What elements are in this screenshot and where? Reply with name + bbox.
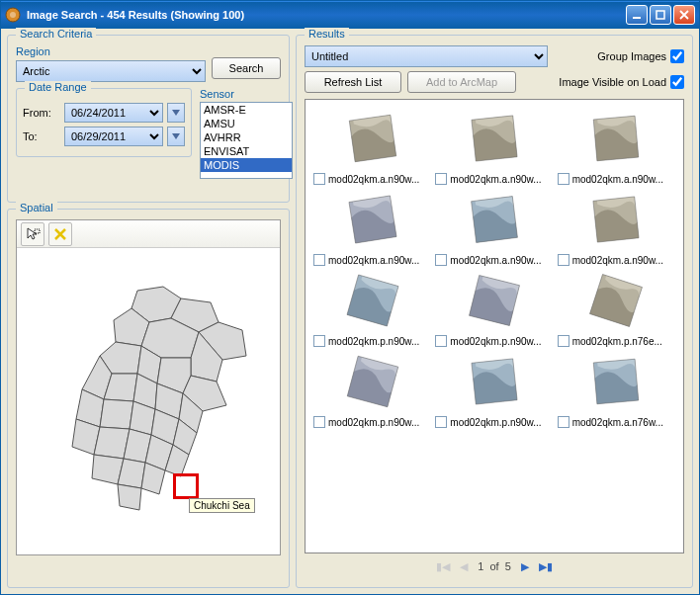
thumbnail-item[interactable]: mod02qkm.p.n90w... [313,270,431,347]
map-tooltip: Chukchi Sea [189,498,255,513]
results-title: Results [305,28,349,40]
first-page-button[interactable]: ▮◀ [436,560,450,573]
left-column: Search Criteria Region Arctic Search Dat… [7,35,290,588]
map-area[interactable]: Chukchi Sea [17,248,280,554]
pager-text: 1 of 5 [478,560,511,572]
to-date-select[interactable]: 06/29/2011 [64,127,163,146]
date-range-title: Date Range [25,81,91,93]
thumbnail-checkbox[interactable] [558,335,569,347]
thumbnail-label: mod02qkm.a.n90w... [450,174,553,185]
results-group: Results Untitled Group Images Refresh Li… [296,35,693,588]
app-icon [5,7,21,23]
thumbnail-image[interactable] [585,108,647,169]
clear-tool[interactable] [48,222,72,246]
search-button[interactable]: Search [212,57,281,79]
pager-of: of [489,560,498,572]
svg-point-1 [10,12,16,18]
sensor-list[interactable]: AMSR-E AMSU AVHRR ENVISAT MODIS [200,102,293,179]
add-to-arcmap-button[interactable]: Add to ArcMap [407,71,516,93]
thumbnail-checkbox[interactable] [435,254,447,266]
thumbnail-label: mod02qkm.a.n90w... [328,255,431,266]
thumbnail-checkbox[interactable] [435,335,447,347]
results-dropdown[interactable]: Untitled [305,45,548,67]
maximize-button[interactable] [650,5,671,25]
thumbnail-checkbox[interactable] [435,173,447,185]
thumbnail-image[interactable] [585,189,647,250]
thumbnail-item[interactable]: mod02qkm.p.n90w... [313,351,431,428]
thumbnail-item[interactable]: mod02qkm.p.n76e... [558,270,675,347]
thumbnail-checkbox[interactable] [558,416,569,428]
region-label: Region [16,45,206,57]
search-criteria-group: Search Criteria Region Arctic Search Dat… [7,35,290,203]
spatial-body: Chukchi Sea [16,219,281,555]
thumbnail-image[interactable] [342,270,403,331]
thumbnail-image[interactable] [342,189,403,250]
thumbnail-image[interactable] [342,108,403,169]
last-page-button[interactable]: ▶▮ [539,560,553,573]
thumbnail-checkbox[interactable] [313,335,325,347]
sensor-option[interactable]: AVHRR [201,130,292,144]
criteria-row-1: Region Arctic Search [16,45,281,82]
thumbnail-item[interactable]: mod02qkm.a.n90w... [313,189,431,266]
thumbnail-image[interactable] [342,351,403,412]
pointer-tool[interactable] [21,222,44,246]
next-page-button[interactable]: ▶ [521,560,529,573]
spatial-group: Spatial [7,209,290,588]
thumbnail-checkbox[interactable] [313,254,325,266]
thumbnail-image[interactable] [464,270,525,331]
pager-current: 1 [478,560,483,572]
visible-load-checkbox[interactable] [670,75,684,89]
to-date-picker[interactable] [167,127,185,146]
svg-rect-2 [633,17,641,19]
thumbnail-item[interactable]: mod02qkm.a.n90w... [435,189,553,266]
from-row: From: 06/24/2011 [23,103,185,123]
thumbnail-label: mod02qkm.p.n90w... [450,336,553,347]
thumbnail-image[interactable] [464,189,525,250]
close-button[interactable] [673,5,695,25]
thumbnail-item[interactable]: mod02qkm.p.n90w... [435,270,553,347]
app-window: Image Search - 454 Results (Showing 100)… [0,0,700,595]
thumbnail-checkbox[interactable] [558,173,569,185]
group-images-check-row: Group Images [597,49,684,63]
thumbnail-checkbox[interactable] [435,416,447,428]
thumbnail-label: mod02qkm.a.n90w... [450,255,553,266]
thumbnail-checkbox[interactable] [313,173,325,185]
thumbnail-item[interactable]: mod02qkm.a.n90w... [558,189,675,266]
date-range-group: Date Range From: 06/24/2011 To: 06/29/20… [16,88,192,157]
client-area: Search Criteria Region Arctic Search Dat… [1,29,699,594]
thumbnail-grid[interactable]: mod02qkm.a.n90w... mod02qkm.a.n90w... mo… [305,99,684,553]
prev-page-button[interactable]: ◀ [460,560,468,573]
right-column: Results Untitled Group Images Refresh Li… [296,35,693,588]
thumbnail-label: mod02qkm.a.n76w... [572,417,675,428]
thumbnail-item[interactable]: mod02qkm.a.n76w... [558,351,675,428]
thumbnail-image[interactable] [464,108,525,169]
thumbnail-item[interactable]: mod02qkm.a.n90w... [435,108,553,185]
thumbnail-checkbox[interactable] [558,254,569,266]
refresh-list-button[interactable]: Refresh List [305,71,401,93]
thumbnail-label: mod02qkm.p.n90w... [328,336,431,347]
thumbnail-checkbox[interactable] [313,416,325,428]
thumbnail-image[interactable] [464,351,525,412]
window-title: Image Search - 454 Results (Showing 100) [27,9,626,21]
spatial-toolbar [17,220,280,248]
thumbnail-image[interactable] [585,351,647,412]
region-select[interactable]: Arctic [16,60,206,82]
results-row-2: Refresh List Add to ArcMap Image Visible… [305,71,684,93]
from-date-select[interactable]: 06/24/2011 [64,103,163,123]
thumbnail-item[interactable]: mod02qkm.a.n90w... [313,108,431,185]
sensor-option[interactable]: ENVISAT [201,144,292,158]
sensor-option[interactable]: AMSR-E [201,103,292,117]
group-images-checkbox[interactable] [670,49,684,63]
sensor-option[interactable]: AMSU [201,117,292,130]
sensor-option-selected[interactable]: MODIS [201,158,292,172]
thumbnail-item[interactable]: mod02qkm.a.n90w... [558,108,675,185]
pager: ▮◀ ◀ 1 of 5 ▶ ▶▮ [305,553,684,579]
svg-rect-3 [656,11,664,19]
thumbnail-image[interactable] [585,270,647,331]
thumbnail-label: mod02qkm.a.n90w... [572,255,675,266]
sensor-label: Sensor [200,88,293,100]
minimize-button[interactable] [626,5,648,25]
thumbnail-item[interactable]: mod02qkm.p.n90w... [435,351,553,428]
from-date-picker[interactable] [167,103,185,123]
thumbnail-label: mod02qkm.a.n90w... [328,174,431,185]
